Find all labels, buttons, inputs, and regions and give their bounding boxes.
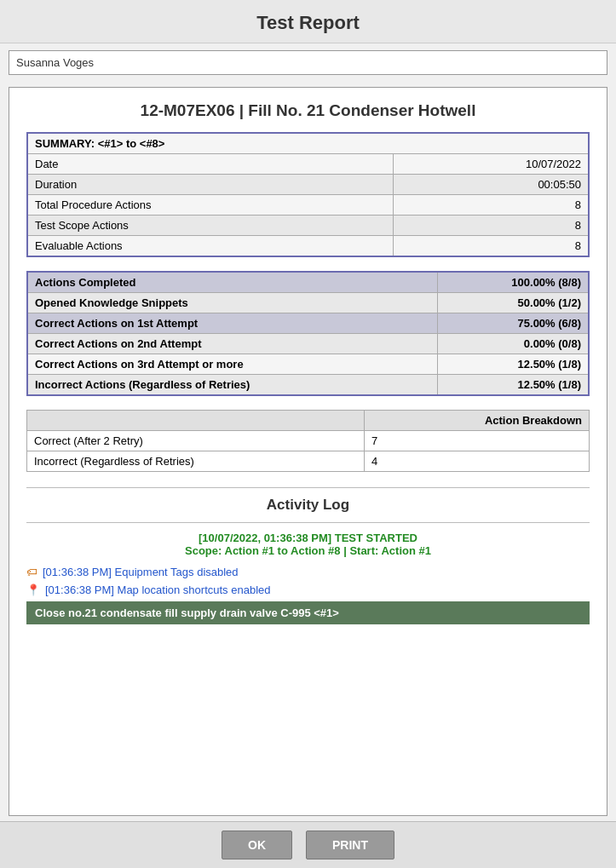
- test-started-line1: [10/07/2022, 01:36:38 PM] TEST STARTED: [26, 532, 590, 544]
- table1-label-3: Test Scope Actions: [27, 216, 393, 236]
- action-breakdown-label-0: Correct (After 2 Retry): [27, 431, 365, 451]
- table2-label-5: Incorrect Actions (Regardless of Retries…: [27, 375, 438, 396]
- log-entry-0: 🏷[01:36:38 PM] Equipment Tags disabled: [26, 566, 590, 578]
- map-icon: 📍: [26, 583, 40, 596]
- print-button[interactable]: PRINT: [306, 831, 394, 859]
- test-started-block: [10/07/2022, 01:36:38 PM] TEST STARTED S…: [26, 532, 590, 557]
- user-name: Susanna Voges: [9, 50, 607, 75]
- window: Test Report Susanna Voges 12-M07EX06 | F…: [0, 0, 616, 868]
- table2-value-2: 75.00% (6/8): [438, 313, 589, 334]
- action-breakdown-table: Action BreakdownCorrect (After 2 Retry)7…: [26, 410, 590, 472]
- title-bar: Test Report: [0, 0, 616, 43]
- table1-label-0: Date: [27, 154, 393, 175]
- action-breakdown-label-1: Incorrect (Regardless of Retries): [27, 451, 365, 472]
- log-entries: 🏷[01:36:38 PM] Equipment Tags disabled📍[…: [26, 566, 590, 596]
- page-title: Test Report: [9, 12, 607, 34]
- table2-label-4: Correct Actions on 3rd Attempt or more: [27, 354, 438, 375]
- action-bar: Close no.21 condensate fill supply drain…: [26, 601, 590, 624]
- table2-value-0: 100.00% (8/8): [438, 272, 589, 293]
- activity-log-title: Activity Log: [26, 497, 590, 514]
- ok-button[interactable]: OK: [222, 831, 292, 859]
- table1-label-4: Evaluable Actions: [27, 236, 393, 257]
- action-breakdown-value-1: 4: [365, 451, 590, 472]
- table1-label-1: Duration: [27, 175, 393, 195]
- action-breakdown-value-0: 7: [365, 431, 590, 451]
- table2-value-3: 0.00% (0/8): [438, 334, 589, 354]
- table2-value-4: 12.50% (1/8): [438, 354, 589, 375]
- content-area: 12-M07EX06 | Fill No. 21 Condenser Hotwe…: [9, 87, 607, 816]
- log-text-1: [01:36:38 PM] Map location shortcuts ena…: [45, 583, 271, 596]
- report-id-title: 12-M07EX06 | Fill No. 21 Condenser Hotwe…: [26, 101, 590, 120]
- table1-label-2: Total Procedure Actions: [27, 195, 393, 216]
- table2-value-1: 50.00% (1/2): [438, 293, 589, 313]
- table1-value-3: 8: [393, 216, 589, 236]
- table1-value-2: 8: [393, 195, 589, 216]
- summary-header: SUMMARY: <#1> to <#8>: [27, 133, 589, 154]
- table1-value-1: 00:05:50: [393, 175, 589, 195]
- action-breakdown-header: Action Breakdown: [365, 411, 590, 431]
- metrics-table: Actions Completed100.00% (8/8)Opened Kno…: [26, 271, 590, 396]
- tag-icon: 🏷: [26, 566, 37, 578]
- log-entry-1: 📍[01:36:38 PM] Map location shortcuts en…: [26, 583, 590, 596]
- activity-divider: [26, 522, 590, 523]
- bottom-bar: OK PRINT: [0, 821, 616, 868]
- table1-value-4: 8: [393, 236, 589, 257]
- summary-table: SUMMARY: <#1> to <#8> Date10/07/2022Dura…: [26, 132, 590, 257]
- divider: [26, 487, 590, 488]
- test-started-line2: Scope: Action #1 to Action #8 | Start: A…: [26, 544, 590, 557]
- table2-label-2: Correct Actions on 1st Attempt: [27, 313, 438, 334]
- table2-value-5: 12.50% (1/8): [438, 375, 589, 396]
- action-breakdown-empty-header: [27, 411, 365, 431]
- table2-label-0: Actions Completed: [27, 272, 438, 293]
- log-text-0: [01:36:38 PM] Equipment Tags disabled: [43, 566, 239, 578]
- table2-label-3: Correct Actions on 2nd Attempt: [27, 334, 438, 354]
- table1-value-0: 10/07/2022: [393, 154, 589, 175]
- table2-label-1: Opened Knowledge Snippets: [27, 293, 438, 313]
